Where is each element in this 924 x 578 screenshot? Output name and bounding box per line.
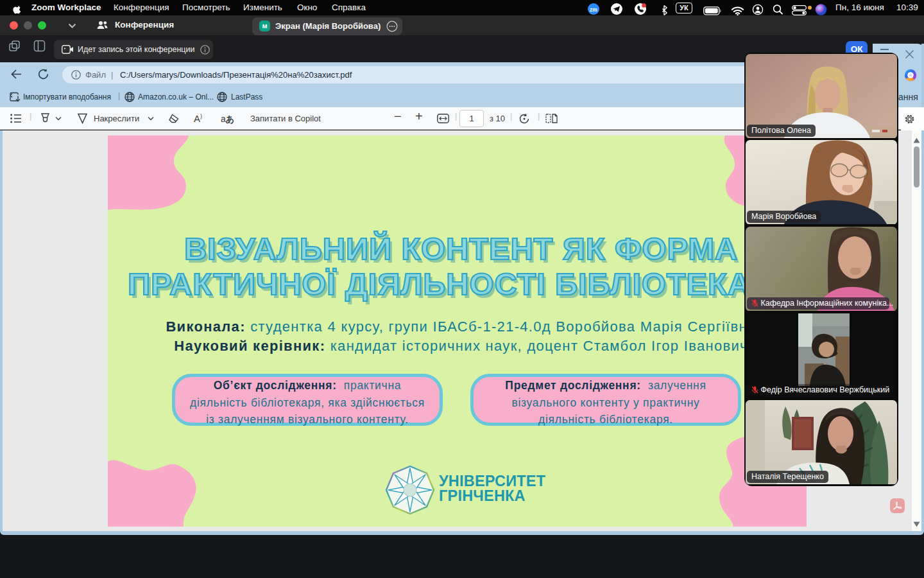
svg-text:zm: zm [590,6,597,13]
